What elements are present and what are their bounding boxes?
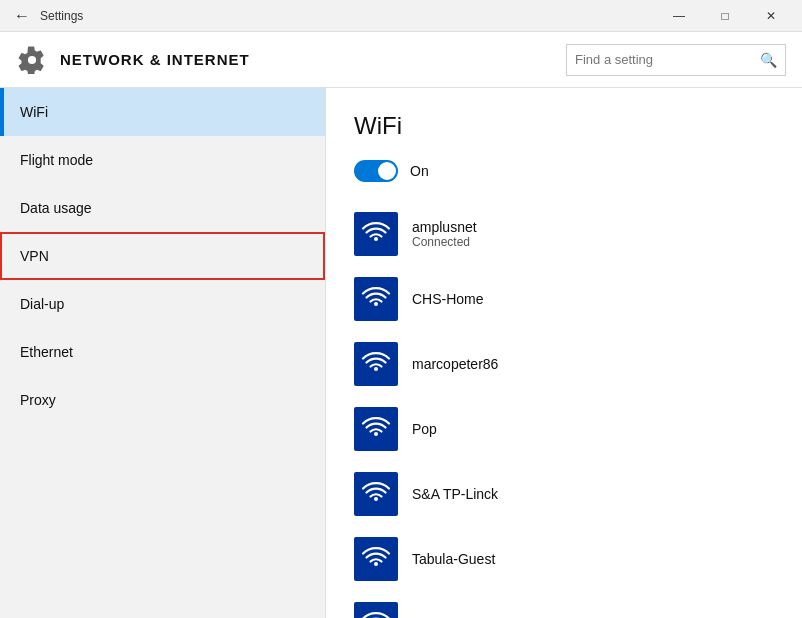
- content-area: WiFi Flight mode Data usage VPN Dial-up …: [0, 88, 802, 618]
- network-icon-sa-tp-linck: [354, 472, 398, 516]
- search-input[interactable]: [567, 52, 752, 67]
- sidebar-item-label: Data usage: [20, 200, 92, 216]
- app-title: NETWORK & INTERNET: [60, 51, 250, 68]
- settings-icon: [16, 44, 48, 76]
- back-button[interactable]: ←: [8, 2, 36, 30]
- network-name: S&A TP-Linck: [412, 486, 498, 502]
- sidebar-item-label: Dial-up: [20, 296, 64, 312]
- network-item-marcopeter86[interactable]: marcopeter86: [354, 332, 774, 397]
- network-info-pop: Pop: [412, 421, 437, 437]
- main-panel: WiFi On: [326, 88, 802, 618]
- network-icon-marcopeter86: [354, 342, 398, 386]
- network-name: Tabula-Guest: [412, 551, 495, 567]
- sidebar-item-wifi[interactable]: WiFi: [0, 88, 325, 136]
- network-info-tabula-guest: Tabula-Guest: [412, 551, 495, 567]
- network-name: CHS-Home: [412, 291, 484, 307]
- network-icon-pop: [354, 407, 398, 451]
- window-title: Settings: [36, 9, 656, 23]
- minimize-button[interactable]: —: [656, 0, 702, 32]
- sidebar-item-label: Proxy: [20, 392, 56, 408]
- network-list: amplusnet Connected CHS-Hom: [354, 202, 774, 618]
- sidebar-item-flight-mode[interactable]: Flight mode: [0, 136, 325, 184]
- search-icon: 🔍: [752, 52, 785, 68]
- network-status: Connected: [412, 235, 477, 249]
- network-name: Pop: [412, 421, 437, 437]
- sidebar-item-label: WiFi: [20, 104, 48, 120]
- page-title: WiFi: [354, 112, 774, 140]
- network-info-marcopeter86: marcopeter86: [412, 356, 498, 372]
- network-info-chs-home: CHS-Home: [412, 291, 484, 307]
- maximize-button[interactable]: □: [702, 0, 748, 32]
- network-icon-chs-home: [354, 277, 398, 321]
- network-item-tabula-guest[interactable]: Tabula-Guest: [354, 527, 774, 592]
- sidebar-item-label: VPN: [20, 248, 49, 264]
- sidebar-item-data-usage[interactable]: Data usage: [0, 184, 325, 232]
- close-button[interactable]: ✕: [748, 0, 794, 32]
- network-info-amplusnet: amplusnet Connected: [412, 219, 477, 249]
- network-icon-tabula: [354, 602, 398, 618]
- network-icon-tabula-guest: [354, 537, 398, 581]
- search-box[interactable]: 🔍: [566, 44, 786, 76]
- sidebar-item-proxy[interactable]: Proxy: [0, 376, 325, 424]
- network-name: marcopeter86: [412, 356, 498, 372]
- wifi-toggle-row: On: [354, 160, 774, 182]
- sidebar: WiFi Flight mode Data usage VPN Dial-up …: [0, 88, 326, 618]
- network-item-sa-tp-linck[interactable]: S&A TP-Linck: [354, 462, 774, 527]
- sidebar-item-label: Ethernet: [20, 344, 73, 360]
- title-bar: ← Settings — □ ✕: [0, 0, 802, 32]
- app-container: NETWORK & INTERNET 🔍 WiFi Flight mode Da…: [0, 32, 802, 618]
- sidebar-item-label: Flight mode: [20, 152, 93, 168]
- network-item-chs-home[interactable]: CHS-Home: [354, 267, 774, 332]
- window-controls: — □ ✕: [656, 0, 794, 32]
- wifi-toggle[interactable]: [354, 160, 398, 182]
- network-item-amplusnet[interactable]: amplusnet Connected: [354, 202, 774, 267]
- network-item-tabula[interactable]: Tabula: [354, 592, 774, 618]
- sidebar-item-vpn[interactable]: VPN: [0, 232, 325, 280]
- network-info-sa-tp-linck: S&A TP-Linck: [412, 486, 498, 502]
- app-header: NETWORK & INTERNET 🔍: [0, 32, 802, 88]
- toggle-label: On: [410, 163, 429, 179]
- sidebar-item-ethernet[interactable]: Ethernet: [0, 328, 325, 376]
- sidebar-item-dial-up[interactable]: Dial-up: [0, 280, 325, 328]
- network-item-pop[interactable]: Pop: [354, 397, 774, 462]
- network-icon-amplusnet: [354, 212, 398, 256]
- network-name: amplusnet: [412, 219, 477, 235]
